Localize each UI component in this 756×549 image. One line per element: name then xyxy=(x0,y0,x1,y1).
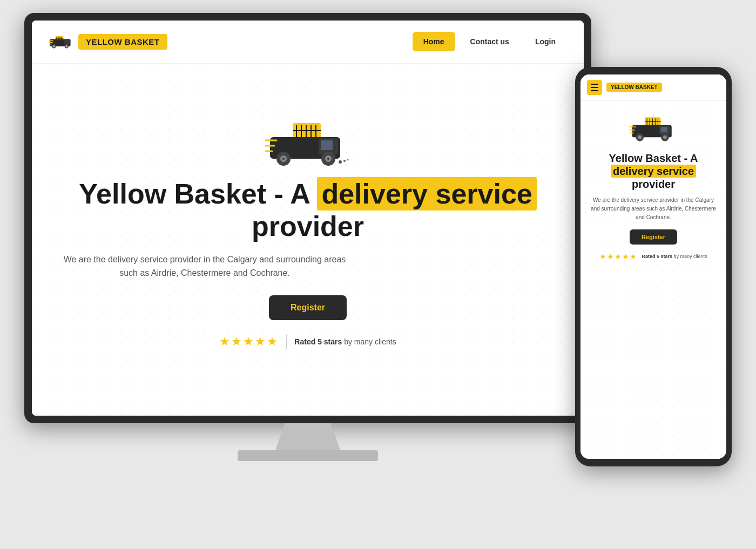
svg-rect-7 xyxy=(64,40,70,45)
tablet-rating-suffix: by many clients xyxy=(672,254,707,259)
monitor-frame: YELLOW BASKET Home Contact us Login xyxy=(24,13,591,423)
svg-rect-24 xyxy=(321,140,333,150)
nav-contact[interactable]: Contact us xyxy=(460,32,520,51)
tablet-rating-text: Rated 5 stars by many clients xyxy=(642,254,707,259)
hero-subtitle: We are the delivery service provider in … xyxy=(53,253,356,280)
hero-title-part1: Yellow Basket - A xyxy=(79,178,317,209)
monitor-base xyxy=(238,450,378,461)
hamburger-line xyxy=(591,90,598,91)
hero-section: Yellow Basket - A delivery service provi… xyxy=(32,64,584,416)
monitor-screen: YELLOW BASKET Home Contact us Login xyxy=(32,21,584,416)
tablet-hero-section: Yellow Basket - A delivery service provi… xyxy=(580,101,726,459)
nav-home[interactable]: Home xyxy=(413,32,455,51)
hamburger-line xyxy=(591,84,598,85)
navbar: YELLOW BASKET Home Contact us Login xyxy=(32,21,584,64)
svg-point-50 xyxy=(663,135,667,139)
nav-links: Home Contact us Login xyxy=(413,32,566,51)
scene: YELLOW BASKET Home Contact us Login xyxy=(14,13,742,537)
tablet-rating-bold: Rated 5 stars xyxy=(642,254,672,259)
rating-divider xyxy=(286,334,287,349)
hero-title-part2: provider xyxy=(252,211,364,242)
tablet-hero-content: Yellow Basket - A delivery service provi… xyxy=(589,114,718,261)
tablet-title-part1: Yellow Basket - A xyxy=(609,152,698,164)
tablet-logo-badge: YELLOW BASKET xyxy=(606,83,662,92)
tablet-register-button[interactable]: Register xyxy=(630,229,677,245)
hero-content: Yellow Basket - A delivery service provi… xyxy=(53,119,562,349)
svg-point-9 xyxy=(53,45,55,48)
rating-text: Rated 5 stars by many clients xyxy=(294,337,396,346)
svg-point-48 xyxy=(638,135,642,139)
nav-login[interactable]: Login xyxy=(524,32,566,51)
tablet-hero-rating: ★★★★★ Rated 5 stars by many clients xyxy=(589,252,718,261)
tablet-hero-subtitle: We are the delivery service provider in … xyxy=(589,196,718,222)
svg-point-35 xyxy=(343,160,346,162)
monitor: YELLOW BASKET Home Contact us Login xyxy=(24,13,591,461)
truck-icon xyxy=(49,34,73,49)
monitor-stand xyxy=(275,423,340,450)
logo-box: YELLOW BASKET xyxy=(49,34,167,50)
register-button[interactable]: Register xyxy=(269,295,347,320)
svg-point-34 xyxy=(339,160,342,164)
svg-point-11 xyxy=(65,45,68,48)
tablet-star-rating: ★★★★★ xyxy=(599,252,637,261)
svg-point-27 xyxy=(282,158,285,160)
tablet-title-part2: provider xyxy=(632,178,675,190)
logo-badge: YELLOW BASKET xyxy=(78,34,167,50)
rating-bold: Rated 5 stars xyxy=(294,337,342,346)
svg-point-30 xyxy=(327,158,329,160)
tablet: YELLOW BASKET xyxy=(575,67,732,466)
hero-title: Yellow Basket - A delivery service provi… xyxy=(53,178,562,243)
tablet-navbar: YELLOW BASKET xyxy=(580,74,726,101)
hamburger-line xyxy=(591,87,598,88)
hero-title-highlight: delivery service xyxy=(317,177,536,211)
tablet-truck-icon xyxy=(589,114,718,145)
hero-rating: ★★★★★ Rated 5 stars by many clients xyxy=(53,334,562,349)
tablet-hero-title: Yellow Basket - A delivery service provi… xyxy=(589,152,718,191)
star-rating: ★★★★★ xyxy=(219,335,279,349)
tablet-screen: YELLOW BASKET xyxy=(580,74,726,459)
hero-truck-icon xyxy=(53,119,562,170)
rating-suffix: by many clients xyxy=(342,337,396,346)
hamburger-icon[interactable] xyxy=(587,80,602,95)
tablet-title-highlight: delivery service xyxy=(611,165,696,178)
svg-rect-46 xyxy=(661,127,667,132)
svg-point-36 xyxy=(347,159,349,161)
